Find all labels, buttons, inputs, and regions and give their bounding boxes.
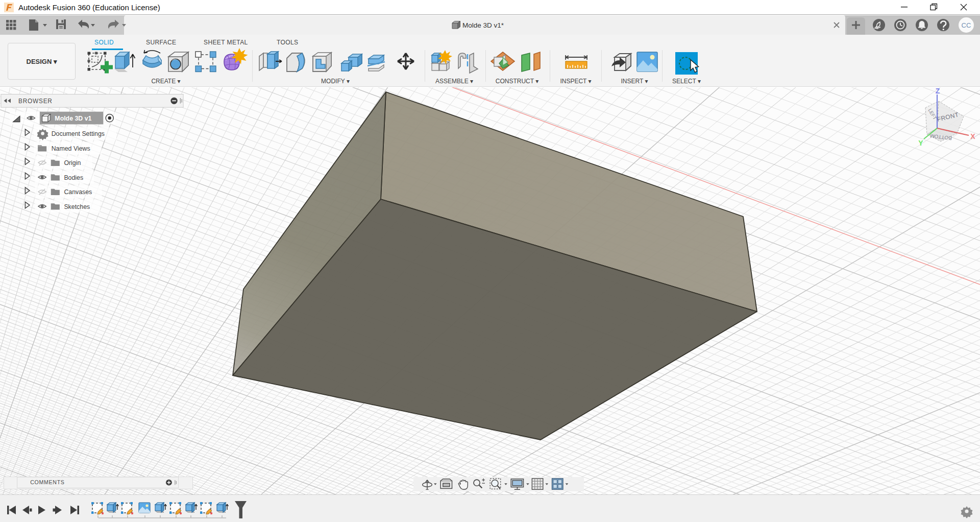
svg-text:Origin: Origin <box>64 159 81 167</box>
svg-text:Bodies: Bodies <box>64 174 83 181</box>
svg-text:Molde 3D v1*: Molde 3D v1* <box>462 21 504 29</box>
svg-text:Molde 3D v1: Molde 3D v1 <box>55 115 91 122</box>
svg-text:Named Views: Named Views <box>52 145 90 152</box>
svg-text:BROWSER: BROWSER <box>18 98 53 105</box>
svg-text:COMMENTS: COMMENTS <box>30 479 64 485</box>
svg-text:X: X <box>970 132 975 140</box>
svg-text:Y: Y <box>918 139 923 147</box>
svg-text:CC: CC <box>962 21 971 29</box>
svg-text:Canvases: Canvases <box>64 188 92 196</box>
svg-text:Document Settings: Document Settings <box>52 130 105 137</box>
svg-text:Z: Z <box>936 87 940 95</box>
svg-text:Sketches: Sketches <box>64 203 90 210</box>
